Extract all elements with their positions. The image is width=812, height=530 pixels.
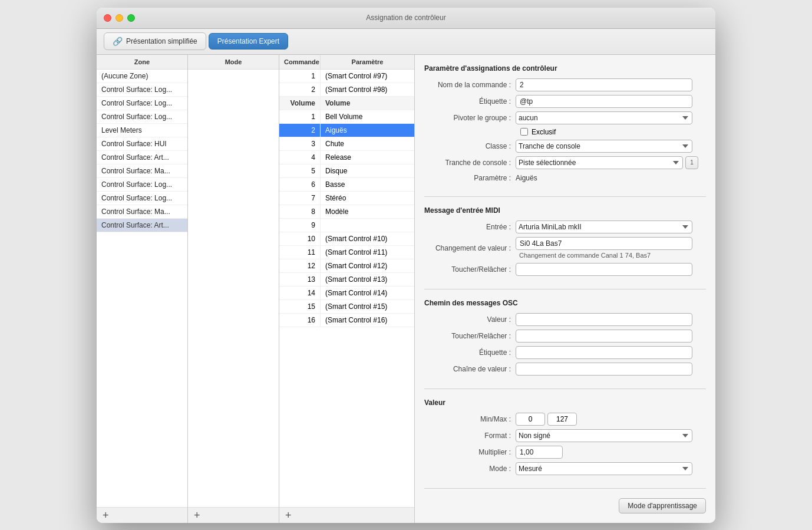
commands-list-items[interactable]: 1 (Smart Control #97) 2 (Smart Control #…: [279, 70, 414, 507]
cmd-row[interactable]: 1 (Smart Control #97): [279, 70, 414, 83]
close-button[interactable]: [104, 14, 111, 22]
section-assignation: Paramètre d'assignations de contrôleur N…: [424, 64, 706, 197]
tab-expert[interactable]: Présentation Expert: [209, 33, 288, 50]
cmd-row[interactable]: 16 (Smart Control #16): [279, 314, 414, 327]
zone-list-items[interactable]: (Aucune Zone) Control Surface: Log... Co…: [97, 70, 187, 507]
list-item[interactable]: Control Surface: HUI: [97, 137, 187, 151]
minimize-button[interactable]: [115, 14, 123, 22]
nom-row: Nom de la commande :: [424, 78, 706, 91]
osc-valeur-row: Valeur :: [424, 313, 706, 326]
commands-list-footer: +: [279, 507, 414, 523]
section1-title: Paramètre d'assignations de contrôleur: [424, 64, 706, 73]
entree-select[interactable]: Arturia MiniLab mkII: [516, 220, 692, 233]
cmd-col-parametre: Paramètre: [321, 55, 414, 69]
list-item[interactable]: Level Meters: [97, 124, 187, 137]
tranche-row: Tranche de console : Piste sélectionnée …: [424, 156, 706, 169]
list-item[interactable]: Control Surface: Log...: [97, 110, 187, 124]
tranche-select[interactable]: Piste sélectionnée: [516, 156, 683, 169]
classe-label: Classe :: [424, 142, 516, 150]
nom-input[interactable]: [516, 78, 692, 91]
tranche-stepper[interactable]: 1: [685, 156, 698, 169]
cmd-row[interactable]: 3 Chute: [279, 137, 414, 151]
title-bar: Assignation de contrôleur: [97, 8, 715, 29]
cmd-row[interactable]: 14 (Smart Control #14): [279, 287, 414, 300]
list-item[interactable]: Control Surface: Ma...: [97, 164, 187, 178]
add-zone-button[interactable]: +: [101, 510, 110, 521]
tranche-label: Tranche de console :: [424, 159, 516, 167]
list-item[interactable]: Control Surface: Log...: [97, 178, 187, 192]
list-item[interactable]: Control Surface: Art...: [97, 151, 187, 164]
osc-valeur-input[interactable]: [516, 313, 692, 326]
exclusif-label: Exclusif: [532, 128, 556, 136]
cmd-section-volume: Volume Volume: [279, 97, 414, 110]
etiquette-label: Étiquette :: [424, 97, 516, 106]
list-item-selected[interactable]: Control Surface: Art...: [97, 219, 187, 232]
list-item[interactable]: Control Surface: Ma...: [97, 205, 187, 219]
list-item[interactable]: Control Surface: Log...: [97, 192, 187, 205]
chaine-label: Chaîne de valeur :: [424, 365, 516, 373]
mode-row: Mode : Mesuré: [424, 462, 706, 475]
list-item[interactable]: Control Surface: Log...: [97, 97, 187, 110]
section-osc: Chemin des messages OSC Valeur : Toucher…: [424, 299, 706, 389]
commands-header: Commande Paramètre: [279, 55, 414, 70]
min-input[interactable]: [516, 413, 545, 426]
section4-title: Valeur: [424, 399, 706, 407]
mode-list-header: Mode: [188, 55, 279, 70]
tab-simplified-label: Présentation simplifiée: [126, 37, 197, 45]
cmd-col-commande: Commande: [279, 55, 321, 69]
max-input[interactable]: [547, 413, 577, 426]
pivoter-label: Pivoter le groupe :: [424, 114, 516, 122]
add-mode-button[interactable]: +: [193, 510, 202, 521]
changement-label: Changement de valeur :: [424, 244, 516, 252]
tab-simplified[interactable]: 🔗 Présentation simplifiée: [104, 32, 206, 50]
format-row: Format : Non signé: [424, 429, 706, 442]
multiplier-label: Multiplier :: [424, 448, 516, 456]
chaine-input[interactable]: [516, 363, 692, 376]
cmd-row[interactable]: 6 Basse: [279, 178, 414, 192]
classe-select[interactable]: Tranche de console: [516, 140, 692, 153]
toucher-label: Toucher/Relâcher :: [424, 265, 516, 274]
cmd-row[interactable]: 8 Modèle: [279, 205, 414, 219]
minmax-label: Min/Max :: [424, 415, 516, 423]
chaine-row: Chaîne de valeur :: [424, 363, 706, 376]
cmd-row[interactable]: 15 (Smart Control #15): [279, 300, 414, 314]
osc-toucher-row: Toucher/Relâcher :: [424, 330, 706, 343]
osc-toucher-input[interactable]: [516, 330, 692, 343]
osc-etiquette-input[interactable]: [516, 346, 692, 359]
cmd-row[interactable]: 12 (Smart Control #12): [279, 259, 414, 273]
section-valeur: Valeur Min/Max : Format : Non signé Mult: [424, 399, 706, 489]
cmd-row[interactable]: 2 (Smart Control #98): [279, 83, 414, 97]
format-select[interactable]: Non signé: [516, 429, 692, 442]
exclusif-checkbox[interactable]: [520, 128, 528, 136]
cmd-row[interactable]: 5 Disque: [279, 164, 414, 178]
nom-label: Nom de la commande :: [424, 81, 516, 89]
cmd-row[interactable]: 9: [279, 219, 414, 232]
toucher-input[interactable]: [516, 263, 692, 276]
pivoter-row: Pivoter le groupe : aucun: [424, 111, 706, 124]
multiplier-input[interactable]: [516, 446, 563, 459]
changement-input[interactable]: [516, 237, 692, 250]
exclusif-row: Exclusif: [424, 128, 706, 136]
pivoter-select[interactable]: aucun: [516, 111, 692, 124]
etiquette-input[interactable]: [516, 95, 692, 108]
list-item[interactable]: Control Surface: Log...: [97, 83, 187, 97]
osc-etiquette-row: Étiquette :: [424, 346, 706, 359]
zone-list-header: Zone: [97, 55, 187, 70]
add-command-button[interactable]: +: [284, 510, 293, 521]
cmd-row-selected[interactable]: 2 Aiguës: [279, 124, 414, 137]
mode-list: Mode +: [188, 55, 279, 523]
cmd-row[interactable]: 1 Bell Volume: [279, 110, 414, 124]
list-item[interactable]: (Aucune Zone): [97, 70, 187, 83]
cmd-row[interactable]: 4 Release: [279, 151, 414, 164]
cmd-row[interactable]: 11 (Smart Control #11): [279, 246, 414, 259]
maximize-button[interactable]: [127, 14, 135, 22]
mode-select[interactable]: Mesuré: [516, 462, 692, 475]
cmd-row[interactable]: 10 (Smart Control #10): [279, 232, 414, 246]
parametre-value: Aiguës: [516, 173, 537, 183]
learning-mode-button[interactable]: Mode d'apprentissage: [619, 498, 706, 513]
mode-list-items[interactable]: [188, 70, 279, 507]
cmd-row[interactable]: 13 (Smart Control #13): [279, 273, 414, 287]
cmd-row[interactable]: 7 Stéréo: [279, 192, 414, 205]
main-window: Assignation de contrôleur 🔗 Présentation…: [97, 8, 715, 523]
changement-info: Changement de commande Canal 1 74, Bas7: [516, 251, 654, 260]
